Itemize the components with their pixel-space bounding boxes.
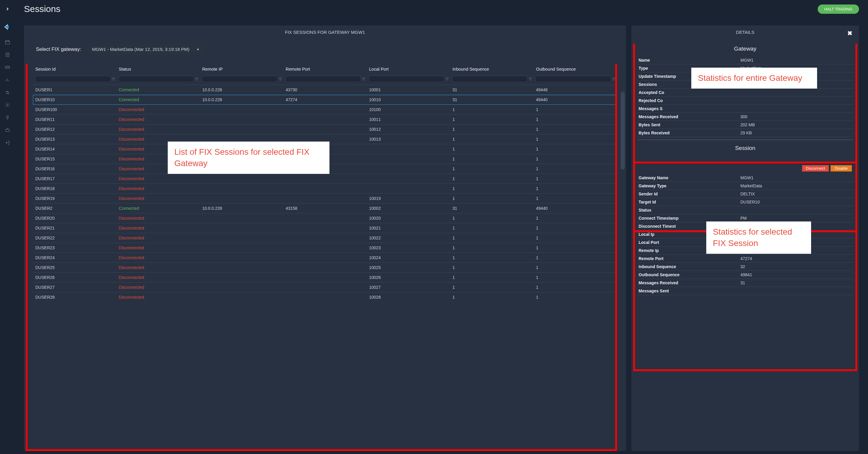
table-cell: 1	[450, 292, 534, 302]
detail-key: Messages Received	[639, 281, 740, 285]
table-cell: Disconnected	[117, 194, 200, 203]
table-cell: DUSER2	[33, 203, 117, 214]
app-logo	[0, 18, 15, 36]
table-row[interactable]: DUSER17Disconnected11	[33, 174, 617, 184]
column-header[interactable]: Outbound Sequence	[533, 64, 617, 74]
table-row[interactable]: DUSER21Disconnected1002111	[33, 223, 617, 233]
nav-trophy-icon[interactable]	[0, 111, 15, 124]
detail-row: Gateway TypeMarketData	[638, 182, 853, 190]
table-cell: Disconnected	[117, 283, 200, 292]
table-scrollbar[interactable]	[621, 92, 625, 170]
table-cell: 1	[533, 144, 617, 154]
filter-icon[interactable]: ▽	[195, 77, 198, 81]
table-row[interactable]: DUSER25Disconnected1002511	[33, 263, 617, 273]
table-cell: Disconnected	[117, 273, 200, 283]
table-cell	[283, 243, 367, 253]
table-cell: 10002	[367, 203, 450, 214]
table-row[interactable]: DUSER20Disconnected1002011	[33, 214, 617, 223]
session-section-heading: Session	[638, 140, 853, 156]
table-row[interactable]: DUSER100Disconnected1010011	[33, 105, 617, 115]
gateway-select[interactable]: MGW1 - MarketData (Mar 12, 2019, 3:19:18…	[87, 44, 203, 55]
halt-trading-button[interactable]: HALT TRADING	[818, 4, 859, 14]
detail-value: DUSER10	[740, 200, 852, 204]
column-header[interactable]: Inbound Sequence	[450, 64, 534, 74]
nav-chart-icon[interactable]	[0, 74, 15, 86]
column-header[interactable]: Remote IP	[200, 64, 283, 74]
table-cell: DUSER14	[33, 144, 117, 154]
column-filter-input[interactable]	[35, 76, 111, 82]
filter-icon[interactable]: ▽	[446, 77, 448, 81]
table-cell: 10100	[367, 105, 450, 115]
detail-key: Gateway Name	[639, 175, 740, 180]
nav-logout-icon[interactable]	[0, 136, 15, 149]
table-cell: 1	[450, 154, 534, 164]
table-cell: Disconnected	[117, 125, 200, 134]
close-icon[interactable]: ✖	[847, 30, 852, 37]
table-cell: DUSER18	[33, 184, 117, 194]
table-cell: 1	[533, 174, 617, 184]
disconnect-button[interactable]: Disconnect	[802, 165, 829, 171]
column-filter-input[interactable]	[202, 76, 278, 82]
detail-row: Rejected Co	[638, 97, 853, 105]
column-header[interactable]: Local Port	[367, 64, 450, 74]
detail-row: Gateway NameMGW1	[638, 174, 853, 182]
table-row[interactable]: DUSER28Disconnected1002811	[33, 292, 617, 302]
table-cell: 10.0.0.228	[200, 203, 283, 214]
nav-briefcase-icon[interactable]	[0, 124, 15, 136]
table-cell: 49448	[533, 85, 617, 95]
column-header[interactable]: Status	[117, 64, 200, 74]
table-row[interactable]: DUSER19Disconnected1001911	[33, 194, 617, 203]
column-filter-input[interactable]	[368, 76, 444, 82]
filter-icon[interactable]: ▽	[279, 77, 282, 81]
table-row[interactable]: DUSER26Disconnected1002611	[33, 273, 617, 283]
detail-key: Gateway Type	[639, 184, 740, 188]
disable-button[interactable]: Disable	[831, 165, 852, 171]
column-filter-input[interactable]	[452, 76, 528, 82]
table-row[interactable]: DUSER24Disconnected1002411	[33, 253, 617, 263]
table-row[interactable]: DUSER18Disconnected11	[33, 184, 617, 194]
nav-gear-icon[interactable]	[0, 99, 15, 111]
column-filter-input[interactable]	[118, 76, 194, 82]
svg-rect-4	[6, 53, 9, 57]
detail-row: Messages Received300	[638, 113, 853, 121]
filter-icon[interactable]: ▽	[362, 77, 365, 81]
table-cell: DUSER100	[33, 105, 117, 115]
nav-calendar-icon[interactable]	[0, 36, 15, 48]
filter-icon[interactable]: ▽	[613, 77, 615, 81]
table-row[interactable]: DUSER11Disconnected1001111	[33, 115, 617, 125]
sidebar-toggle[interactable]	[0, 0, 15, 18]
table-row[interactable]: DUSER1Connected10.0.0.228437301000131494…	[33, 85, 617, 95]
column-filter-input[interactable]	[285, 76, 361, 82]
svg-rect-0	[5, 41, 9, 44]
table-cell	[200, 273, 283, 283]
table-cell: 1	[533, 283, 617, 292]
table-cell: 10.0.0.228	[200, 95, 283, 105]
detail-key: Accepted Co	[639, 90, 740, 95]
detail-key: Bytes Sent	[639, 122, 740, 127]
table-cell: 1	[450, 134, 534, 144]
column-header[interactable]: Session Id	[33, 64, 117, 74]
table-cell: Connected	[117, 203, 200, 214]
detail-value: MarketData	[740, 184, 852, 188]
annotation-gateway: Statistics for entire Gateway	[691, 68, 817, 89]
nav-document-icon[interactable]	[0, 48, 15, 61]
table-row[interactable]: DUSER10Connected10.0.0.22847274100103149…	[33, 95, 617, 105]
filter-icon[interactable]: ▽	[529, 77, 532, 81]
table-cell	[200, 243, 283, 253]
filter-icon[interactable]: ▽	[112, 77, 115, 81]
nav-card-icon[interactable]	[0, 61, 15, 74]
table-row[interactable]: DUSER2Connected10.0.0.228431581000231494…	[33, 203, 617, 214]
nav-sliders-icon[interactable]	[0, 86, 15, 99]
table-cell: Disconnected	[117, 105, 200, 115]
column-header[interactable]: Remote Port	[283, 64, 367, 74]
table-cell: Disconnected	[117, 223, 200, 233]
table-row[interactable]: DUSER12Disconnected1001211	[33, 125, 617, 134]
table-row[interactable]: DUSER22Disconnected1002211	[33, 233, 617, 243]
table-row[interactable]: DUSER23Disconnected1002311	[33, 243, 617, 253]
detail-row: NameMGW1	[638, 56, 853, 64]
column-filter-input[interactable]	[535, 76, 611, 82]
table-cell: 1	[533, 105, 617, 115]
table-row[interactable]: DUSER27Disconnected1002711	[33, 283, 617, 292]
table-cell: 1	[533, 273, 617, 283]
table-cell: 1	[533, 292, 617, 302]
